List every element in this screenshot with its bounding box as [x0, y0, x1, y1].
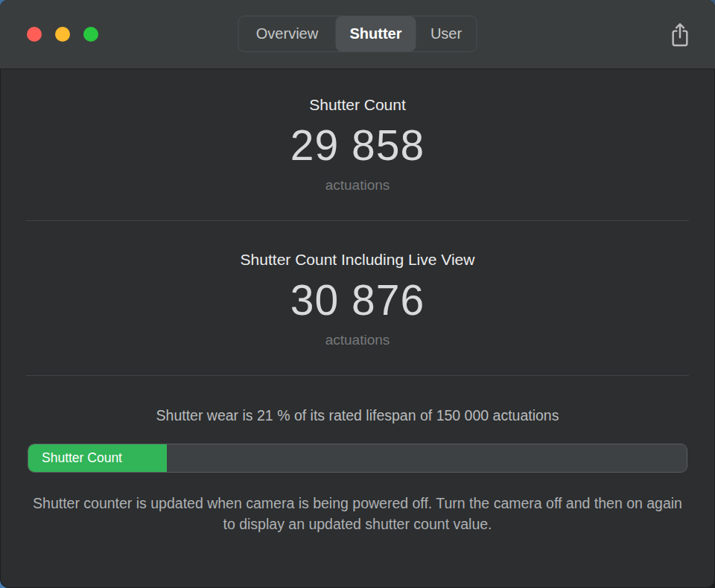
shutter-count-unit: actuations	[0, 176, 715, 194]
content: Shutter Count 29 858 actuations Shutter …	[0, 95, 715, 534]
tab-shutter[interactable]: Shutter	[336, 16, 416, 51]
live-view-count-title: Shutter Count Including Live View	[0, 250, 715, 269]
share-button[interactable]	[664, 19, 696, 51]
tab-user[interactable]: User	[416, 16, 477, 51]
shutter-count-section: Shutter Count 29 858 actuations	[0, 95, 715, 194]
minimize-window-button[interactable]	[55, 27, 70, 42]
close-window-button[interactable]	[27, 27, 42, 42]
shutter-wear-progress-bar: Shutter Count	[28, 444, 687, 473]
tab-bar: Overview Shutter User	[238, 16, 477, 52]
footer-note: Shutter counter is updated when camera i…	[30, 493, 685, 534]
live-view-count-value: 30 876	[0, 277, 715, 323]
shutter-count-value: 29 858	[0, 122, 715, 168]
wear-text: Shutter wear is 21 % of its rated lifesp…	[0, 406, 715, 424]
progress-label: Shutter Count	[42, 450, 122, 466]
app-window: Overview Shutter User Shutter Count 29 8…	[0, 0, 715, 588]
share-icon	[668, 22, 692, 48]
shutter-count-title: Shutter Count	[0, 95, 715, 115]
section-divider	[26, 375, 689, 376]
live-view-count-unit: actuations	[0, 331, 715, 348]
zoom-window-button[interactable]	[83, 27, 98, 42]
live-view-count-section: Shutter Count Including Live View 30 876…	[0, 250, 715, 348]
progress-fill: Shutter Count	[28, 444, 167, 472]
tab-overview[interactable]: Overview	[239, 16, 336, 51]
section-divider	[26, 220, 689, 221]
titlebar: Overview Shutter User	[0, 0, 715, 69]
traffic-lights	[27, 27, 98, 42]
